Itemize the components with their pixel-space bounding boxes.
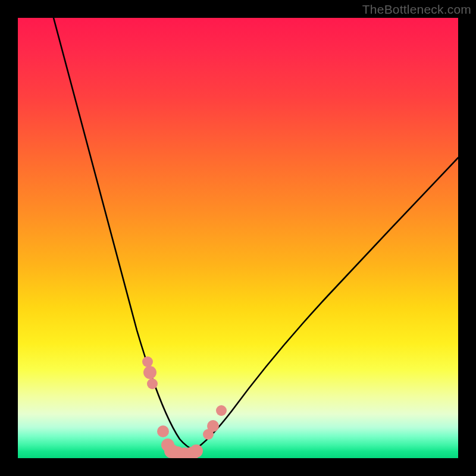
watermark-text: TheBottleneck.com [362,2,471,17]
marker-dot [207,420,219,432]
plot-area [18,18,458,458]
outer-frame: TheBottleneck.com [0,0,476,476]
marker-layer [18,18,458,458]
marker-dot [147,378,158,389]
marker-dot [143,366,156,379]
marker-dot [216,405,227,416]
marker-dot [190,444,203,458]
marker-dot [157,425,169,437]
